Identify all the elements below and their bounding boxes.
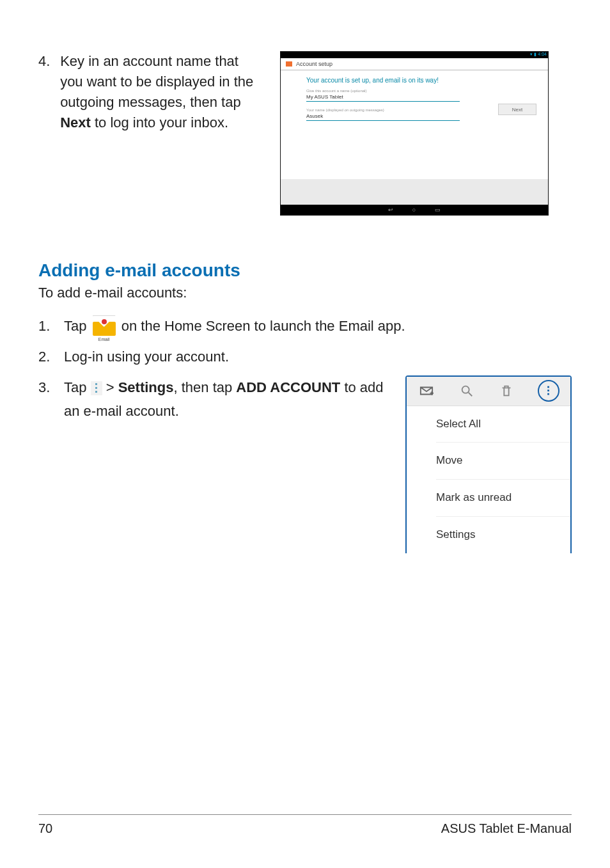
screenshot-account-setup: ▾ ▮ 4:04 Account setup Your account is s… xyxy=(280,51,549,216)
menu-select-all[interactable]: Select All xyxy=(436,406,570,443)
step3-number: 3. xyxy=(38,375,64,399)
section-subtitle: To add e-mail accounts: xyxy=(38,285,572,301)
step-3: 3. Tap > Settings, then tap ADD ACCOUNT … xyxy=(38,375,572,554)
step4-number: 4. xyxy=(38,51,56,72)
email-toolbar xyxy=(407,377,570,406)
step4-row: 4. Key in an account name that you want … xyxy=(38,51,572,216)
menu-settings[interactable]: Settings xyxy=(436,517,570,553)
screenshot-menu: Select All Move Mark as unread Settings xyxy=(405,375,572,554)
trash-icon[interactable] xyxy=(497,382,515,400)
step3-settings: Settings xyxy=(118,379,174,395)
page-number: 70 xyxy=(38,821,52,836)
step4-text: 4. Key in an account name that you want … xyxy=(38,51,269,133)
screenshot-header: Account setup xyxy=(281,58,548,70)
home-icon[interactable]: ○ xyxy=(412,207,416,213)
page-footer: 70 ASUS Tablet E-Manual xyxy=(38,814,572,836)
dropdown-menu: Select All Move Mark as unread Settings xyxy=(407,406,570,554)
step1-after: on the Home Screen to launch the Email a… xyxy=(121,318,405,334)
email-app-icon: Email xyxy=(91,315,118,338)
header-title: Account setup xyxy=(296,61,332,67)
steps-list: 1. Tap Email on the Home Screen to launc… xyxy=(38,314,572,553)
step1-before: Tap xyxy=(64,318,91,334)
svg-rect-4 xyxy=(547,386,549,388)
search-icon[interactable] xyxy=(458,382,476,400)
svg-point-2 xyxy=(462,386,469,393)
back-icon[interactable]: ↩ xyxy=(388,207,393,213)
account-name-field[interactable]: My ASUS Tablet xyxy=(306,93,460,102)
android-navbar: ↩ ○ ▭ xyxy=(281,205,548,215)
step-1: 1. Tap Email on the Home Screen to launc… xyxy=(38,314,572,338)
overflow-icon[interactable] xyxy=(538,380,559,402)
menu-move[interactable]: Move xyxy=(436,443,570,480)
your-name-field[interactable]: Asusek xyxy=(306,112,460,121)
step2-number: 2. xyxy=(38,345,64,368)
step3-before: Tap xyxy=(64,379,91,395)
step3-mid2: , then tap xyxy=(173,379,236,395)
overflow-menu-icon xyxy=(91,381,102,395)
svg-rect-5 xyxy=(547,390,549,391)
step4-text-before: Key in an account name that you want to … xyxy=(60,53,253,110)
next-button[interactable]: Next xyxy=(498,104,536,115)
status-bar: ▾ ▮ 4:04 xyxy=(281,52,548,58)
keyboard-area xyxy=(281,179,548,205)
email-icon-caption: Email xyxy=(91,336,118,343)
step3-addaccount: ADD ACCOUNT xyxy=(236,379,340,395)
manual-title: ASUS Tablet E-Manual xyxy=(441,821,572,836)
step2-text: Log-in using your account. xyxy=(64,345,572,368)
recent-icon[interactable]: ▭ xyxy=(435,207,441,213)
compose-icon[interactable] xyxy=(418,382,435,400)
menu-mark-unread[interactable]: Mark as unread xyxy=(436,480,570,517)
svg-rect-6 xyxy=(547,393,549,395)
step1-number: 1. xyxy=(38,314,64,338)
step-2: 2. Log-in using your account. xyxy=(38,345,572,368)
setup-heading: Your account is set up, and email is on … xyxy=(306,77,535,84)
svg-line-3 xyxy=(469,393,473,397)
status-right: ▾ ▮ 4:04 xyxy=(530,52,547,57)
step4-bold-next: Next xyxy=(60,114,91,130)
section-title: Adding e-mail accounts xyxy=(38,260,572,281)
email-icon xyxy=(286,61,292,67)
step3-mid: > xyxy=(106,379,118,395)
step4-text-after: to log into your inbox. xyxy=(91,114,228,130)
